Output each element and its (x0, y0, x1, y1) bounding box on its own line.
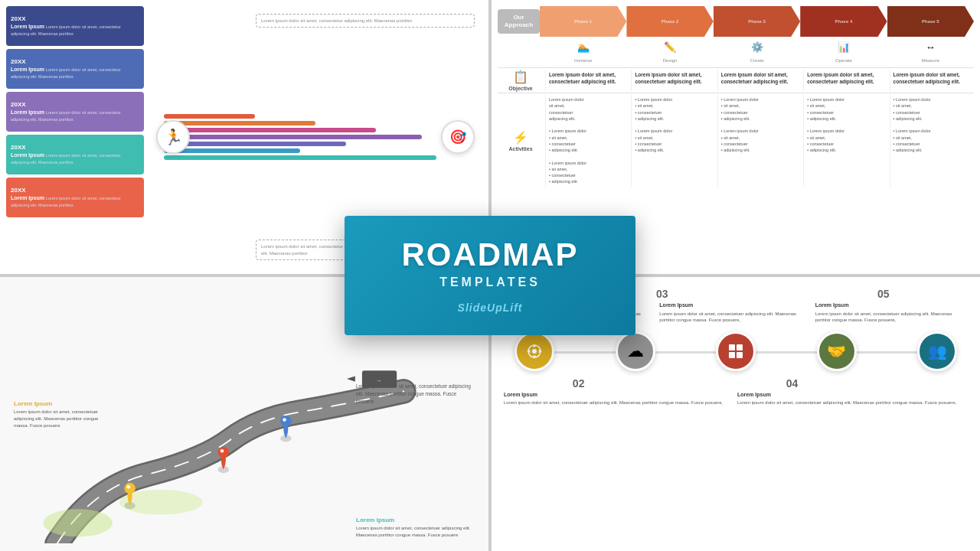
q4-top-item-2: Lorem Ipsum Lorem ipsum dolor sit amet, … (659, 302, 812, 324)
q2-activities-p2: • Lorem ipsum dolor• sit amet,• consecte… (631, 95, 715, 187)
q2-activities-p4: • Lorem ipsum dolor• sit amet,• consecte… (803, 95, 887, 187)
hbar-1 (164, 114, 255, 119)
q2-phases-row: OurApproach Phase 1 Phase 2 Phase 3 Phas… (498, 6, 974, 37)
q1-label-1: Lorem Ipsum (11, 24, 44, 29)
q1-row-2: 20XX Lorem Ipsum Lorem ipsum dolor sit a… (6, 49, 144, 89)
q4-circle-4: 🤝 (817, 331, 857, 371)
q2-activities-p3: • Lorem ipsum dolor• sit amet,• consecte… (717, 95, 802, 187)
q2-phase-2: Phase 2 (626, 6, 713, 37)
q2-objective-row: 📋 Objective Lorem ipsum dolor sit amet, … (498, 70, 974, 91)
q2-icon-measure: ↔️Measure (887, 41, 974, 64)
svg-point-10 (283, 418, 286, 422)
q1-year-1: 20XX (11, 15, 139, 23)
q1-row-1: 20XX Lorem Ipsum Lorem ipsum dolor sit a… (6, 6, 144, 46)
q4-bottom-numbers: 02 04 (499, 377, 972, 390)
q3-text-4: Lorem Ipsum Lorem ipsum dolor sit amet, … (356, 517, 475, 539)
svg-rect-15 (729, 344, 735, 350)
q1-year-5: 20XX (11, 187, 139, 194)
q2-icon-immerse: 🏊Immerse (540, 41, 626, 64)
svg-point-4 (127, 484, 131, 488)
svg-rect-18 (737, 352, 743, 358)
svg-point-3 (124, 482, 135, 493)
svg-point-6 (218, 446, 229, 457)
q2-activities-p5: • Lorem ipsum dolor• sit amet,• consecte… (890, 95, 974, 187)
q2-divider-mid (498, 93, 974, 93)
q2-icon-design: ✏️Design (626, 41, 713, 64)
q2-objective-p2: Lorem ipsum dolor sit amet, consectetuer… (631, 70, 715, 91)
q1-horizontal-bars (164, 114, 467, 160)
q4-circle-3 (716, 331, 756, 371)
q2-objective-label: 📋 Objective (498, 70, 544, 91)
q2-icons-row: 🏊Immerse ✏️Design ⚙️Create 📊Operate ↔️Me… (540, 41, 974, 64)
q2-phase-5: Phase 5 (887, 6, 974, 37)
objective-icon: 📋 (513, 70, 528, 84)
q1-year-3: 20XX (11, 101, 139, 109)
q4-num-02: 02 (573, 377, 585, 390)
q2-objective-p4: Lorem ipsum dolor sit amet, consectetuer… (803, 70, 887, 91)
q1-dbox-1: Lorem ipsum dolor sit amet, consectetur … (256, 14, 475, 28)
q4-bottom-item-1: Lorem Ipsum Lorem ipsum dolor sit amet, … (504, 391, 734, 542)
q1-row-3: 20XX Lorem Ipsum Lorem ipsum dolor sit a… (6, 92, 144, 132)
svg-rect-16 (737, 344, 743, 350)
q2-icon-operate: 📊Operate (800, 41, 887, 64)
q4-bottom-item-2: Lorem Ipsum Lorem ipsum dolor sit amet, … (737, 391, 968, 542)
hbar-5 (164, 142, 346, 146)
q1-label-4: Lorem Ipsum (11, 152, 44, 158)
hbar-3 (164, 128, 376, 132)
q1-year-4: 20XX (11, 144, 139, 152)
q2-phase-4: Phase 4 (800, 6, 887, 37)
q1-row-5: 20XX Lorem Ipsum Lorem ipsum dolor sit a… (6, 178, 144, 217)
svg-point-7 (220, 448, 224, 452)
q1-label-2: Lorem Ipsum (11, 67, 44, 72)
center-brand: SlideUpLift (372, 302, 608, 314)
q4-num-05: 05 (877, 288, 890, 300)
hbar-2 (164, 121, 315, 126)
q4-circle-5: 👥 (917, 331, 957, 371)
center-subtitle: TEMPLATES (372, 276, 608, 289)
q2-objective-p3: Lorem ipsum dolor sit amet, consectetuer… (717, 70, 802, 91)
hbar-4 (164, 135, 422, 139)
q2-icon-create: ⚙️Create (714, 41, 800, 64)
q2-activities-p1: Lorem ipsum dolorsit amet,consectetuerad… (545, 95, 629, 187)
target-icon: 🎯 (441, 120, 475, 154)
hbar-7 (164, 155, 436, 160)
road-svg: → (8, 350, 481, 544)
q3-text-3: Lorem Ipsum Lorem ipsum dolor sit amet, … (14, 400, 106, 429)
q3-text-2: Lorem ipsum dolor sit amet, consectetuer… (356, 383, 475, 405)
q2-objective-p5: Lorem ipsum dolor sit amet, consectetuer… (890, 70, 974, 91)
q2-activities-row: ⚡ Activities Lorem ipsum dolorsit amet,c… (498, 95, 974, 187)
q2-phase-1: Phase 1 (540, 6, 626, 37)
activities-text: Activities (508, 146, 532, 152)
center-banner: ROADMAP TEMPLATES SlideUpLift (345, 216, 635, 335)
q2-divider-top (498, 67, 974, 68)
svg-rect-17 (729, 352, 735, 358)
q1-label-3: Lorem Ipsum (11, 109, 44, 115)
q2-activities-label: ⚡ Activities (498, 95, 544, 187)
svg-point-9 (280, 416, 291, 426)
q1-bars-column: 20XX Lorem Ipsum Lorem ipsum dolor sit a… (6, 6, 144, 268)
q2-phase-3: Phase 3 (714, 6, 800, 37)
q4-num-03: 03 (656, 288, 668, 300)
runner-icon: 🏃 (156, 120, 190, 154)
center-title: ROADMAP (372, 237, 608, 272)
q4-num-04: 04 (786, 377, 799, 390)
q4-top-item-3: Lorem Ipsum Lorem ipsum dolor sit amet, … (815, 302, 968, 324)
q4-circles-container: ☁ 🤝 👥 (514, 331, 957, 371)
svg-point-13 (532, 349, 537, 354)
q1-label-5: Lorem Ipsum (11, 195, 44, 201)
svg-point-0 (43, 509, 113, 536)
activities-icon: ⚡ (513, 130, 528, 145)
q4-bottom-text-row: Lorem Ipsum Lorem ipsum dolor sit amet, … (499, 390, 972, 543)
q1-row-4: 20XX Lorem Ipsum Lorem ipsum dolor sit a… (6, 135, 144, 174)
q2-objective-p1: Lorem ipsum dolor sit amet, consectetuer… (545, 70, 629, 91)
q4-circle-1 (514, 331, 554, 371)
q1-year-2: 20XX (11, 58, 139, 66)
q4-circle-2: ☁ (616, 331, 655, 371)
q2-approach-label: OurApproach (498, 9, 540, 34)
